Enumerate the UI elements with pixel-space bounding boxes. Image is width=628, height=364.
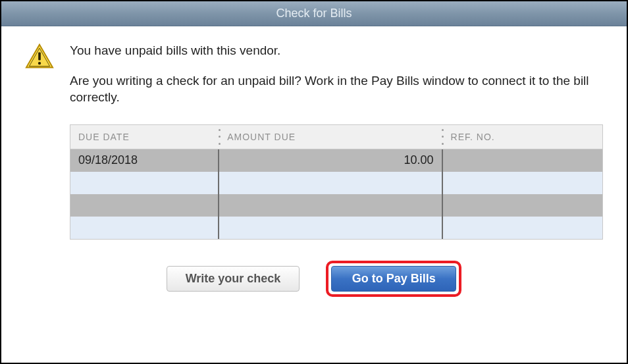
message-row: You have unpaid bills with this vendor. … — [25, 42, 603, 106]
column-separator-icon[interactable] — [217, 129, 221, 145]
titlebar: Check for Bills — [1, 1, 627, 26]
header-due-date: DUE DATE — [70, 125, 219, 149]
table-row[interactable] — [70, 194, 602, 217]
cell-amount-due — [219, 194, 442, 217]
go-to-pay-bills-button[interactable]: Go to Pay Bills — [331, 266, 456, 292]
bills-table: DUE DATE AMOUNT DUE REF. NO. 09/18/2018 … — [70, 124, 603, 240]
cell-amount-due — [219, 172, 442, 194]
button-row: Write your check Go to Pay Bills — [25, 261, 603, 297]
header-ref-no: REF. NO. — [443, 125, 602, 149]
cell-due-date — [70, 194, 219, 217]
cell-ref-no — [443, 172, 602, 194]
header-amount-due-label: AMOUNT DUE — [227, 132, 296, 142]
warning-icon — [25, 42, 54, 74]
svg-rect-2 — [38, 53, 41, 61]
table-header-row: DUE DATE AMOUNT DUE REF. NO. — [70, 125, 602, 149]
highlight-ring: Go to Pay Bills — [326, 261, 461, 297]
column-separator-icon[interactable] — [441, 129, 445, 145]
table-row[interactable] — [70, 217, 602, 239]
window-title: Check for Bills — [276, 7, 352, 20]
table-row[interactable]: 09/18/2018 10.00 — [70, 149, 602, 172]
cell-due-date — [70, 217, 219, 239]
dialog-window: Check for Bills You have unpaid bills wi… — [0, 0, 628, 364]
cell-amount-due: 10.00 — [219, 149, 442, 172]
table-row[interactable] — [70, 172, 602, 194]
cell-ref-no — [443, 194, 602, 217]
header-amount-due: AMOUNT DUE — [219, 125, 442, 149]
write-your-check-button[interactable]: Write your check — [167, 266, 300, 292]
svg-point-3 — [38, 62, 41, 65]
cell-due-date: 09/18/2018 — [70, 149, 219, 172]
table-body: 09/18/2018 10.00 — [70, 149, 602, 239]
header-ref-no-label: REF. NO. — [451, 132, 495, 142]
message-text: You have unpaid bills with this vendor. … — [70, 42, 603, 106]
message-line1: You have unpaid bills with this vendor. — [70, 42, 603, 59]
message-line2: Are you writing a check for an unpaid bi… — [70, 72, 603, 106]
dialog-content: You have unpaid bills with this vendor. … — [1, 26, 627, 363]
cell-ref-no — [443, 217, 602, 239]
cell-due-date — [70, 172, 219, 194]
cell-amount-due — [219, 217, 442, 239]
cell-ref-no — [443, 149, 602, 172]
